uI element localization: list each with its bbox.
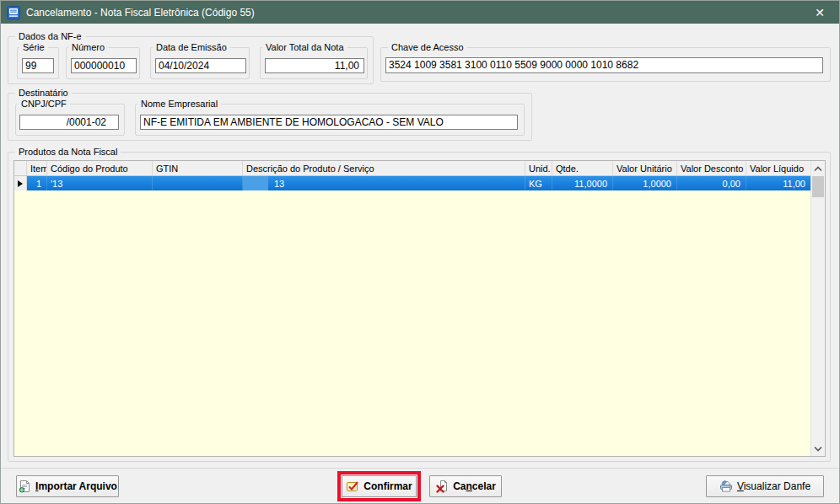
column-header-gtin[interactable]: GTIN — [153, 161, 243, 175]
footer-bar: Importar Arquivo Confirmar — [1, 468, 839, 504]
column-header-unid[interactable]: Unid. — [525, 161, 552, 175]
row-marker-icon — [18, 180, 23, 187]
chave-acesso-label: Chave de Acesso — [388, 42, 467, 53]
column-header-qtde[interactable]: Qtde. — [552, 161, 613, 175]
chevron-up-icon[interactable] — [811, 162, 825, 175]
cell-gtin[interactable] — [153, 176, 243, 190]
confirmar-label: Confirmar — [363, 480, 412, 492]
confirmar-button[interactable]: Confirmar — [342, 475, 417, 497]
field-data-emissao: Data de Emissão 04/10/2024 — [150, 47, 250, 79]
delete-document-icon — [435, 480, 449, 493]
field-valor-total: Valor Total da Nota 11,00 — [260, 47, 368, 79]
data-emissao-label: Data de Emissão — [153, 42, 230, 53]
vertical-scrollbar[interactable] — [810, 161, 825, 456]
cnpj-cpf-input[interactable]: /0001-02 — [19, 115, 119, 130]
column-header-valor-liquido[interactable]: Valor Líquido — [746, 161, 810, 175]
numero-label: Número — [68, 42, 108, 53]
group-destinatario-caption: Destinatário — [15, 88, 72, 99]
checkbox-check-icon — [346, 480, 359, 493]
valor-total-input[interactable]: 11,00 — [265, 58, 364, 73]
document-import-icon — [18, 480, 31, 493]
field-nome-empresarial: Nome Empresarial NF-E EMITIDA EM AMBIENT… — [135, 104, 525, 136]
titlebar: Cancelamento - Nota Fiscal Eletrônica (C… — [1, 1, 839, 24]
group-dados-nfe: Dados da NF-e Série 99 Número 000000010 … — [8, 36, 374, 84]
group-produtos-caption: Produtos da Nota Fiscal — [15, 147, 121, 158]
cancelar-button[interactable]: Cancelar — [429, 475, 502, 497]
dialog-window: Cancelamento - Nota Fiscal Eletrônica (C… — [0, 0, 840, 504]
cell-valor-unitario[interactable]: 1,0000 — [613, 176, 677, 190]
cancelar-label: Cancelar — [453, 480, 496, 492]
column-header-valor-unitario[interactable]: Valor Unitário — [613, 161, 677, 175]
scrollbar-thumb[interactable] — [812, 176, 824, 197]
receipt-icon — [7, 6, 20, 19]
field-cnpj-cpf: CNPJ/CPF /0001-02 — [15, 104, 125, 136]
chave-acesso-input[interactable]: 3524 1009 3581 3100 0110 5509 9000 0000 … — [385, 57, 823, 73]
group-chave-acesso: Chave de Acesso 3524 1009 3581 3100 0110… — [380, 47, 831, 82]
data-emissao-input[interactable]: 04/10/2024 — [155, 58, 246, 73]
cell-codigo[interactable]: '13 — [47, 176, 153, 190]
cell-unid[interactable]: KG — [525, 176, 552, 190]
column-header-codigo[interactable]: Código do Produto — [47, 161, 153, 175]
products-grid: Item Código do Produto GTIN Descrição do… — [13, 160, 826, 457]
close-button[interactable]: ✕ — [805, 1, 834, 24]
importar-label: Importar Arquivo — [35, 480, 117, 492]
column-header-descricao[interactable]: Descrição do Produto / Serviço — [243, 161, 525, 175]
field-serie: Série 99 — [17, 47, 59, 79]
column-header-valor-desconto[interactable]: Valor Desconto — [677, 161, 746, 175]
printer-icon — [719, 480, 733, 493]
column-header-item[interactable]: Item — [27, 161, 47, 175]
annotation-highlight-box: Confirmar — [337, 471, 421, 501]
cell-descricao-text: 13 — [274, 179, 284, 189]
visualizar-label: Visualizar Danfe — [737, 480, 810, 492]
products-grid-header: Item Código do Produto GTIN Descrição do… — [14, 161, 810, 176]
grid-empty-area — [14, 190, 810, 456]
table-row[interactable]: 1 '13 13 KG 11,0000 1,0000 0,00 11,00 — [14, 176, 810, 190]
group-produtos: Produtos da Nota Fiscal Item Código do P… — [8, 152, 831, 462]
row-marker-cell — [14, 176, 27, 190]
column-header-marker — [14, 161, 27, 175]
cell-qtde[interactable]: 11,0000 — [552, 176, 613, 190]
cell-descricao[interactable]: 13 — [243, 176, 525, 190]
serie-input[interactable]: 99 — [22, 58, 54, 73]
nome-empresarial-label: Nome Empresarial — [137, 99, 221, 110]
serie-label: Série — [19, 42, 48, 53]
valor-total-label: Valor Total da Nota — [262, 42, 347, 53]
group-dados-nfe-caption: Dados da NF-e — [15, 31, 85, 42]
visualizar-danfe-button[interactable]: Visualizar Danfe — [706, 475, 824, 497]
group-destinatario: Destinatário CNPJ/CPF /0001-02 Nome Empr… — [8, 93, 532, 141]
chevron-down-icon[interactable] — [811, 442, 825, 455]
cnpj-cpf-label: CNPJ/CPF — [18, 99, 70, 110]
cell-valor-liquido[interactable]: 11,00 — [746, 176, 810, 190]
cell-valor-desconto[interactable]: 0,00 — [677, 176, 746, 190]
importar-arquivo-button[interactable]: Importar Arquivo — [16, 475, 119, 497]
nome-empresarial-input[interactable]: NF-E EMITIDA EM AMBIENTE DE HOMOLOGACAO … — [140, 115, 518, 130]
window-title: Cancelamento - Nota Fiscal Eletrônica (C… — [26, 7, 255, 19]
field-numero: Número 000000010 — [66, 47, 140, 79]
cell-item[interactable]: 1 — [27, 176, 47, 190]
cell-edit-highlight — [243, 176, 268, 190]
numero-input[interactable]: 000000010 — [71, 58, 137, 73]
